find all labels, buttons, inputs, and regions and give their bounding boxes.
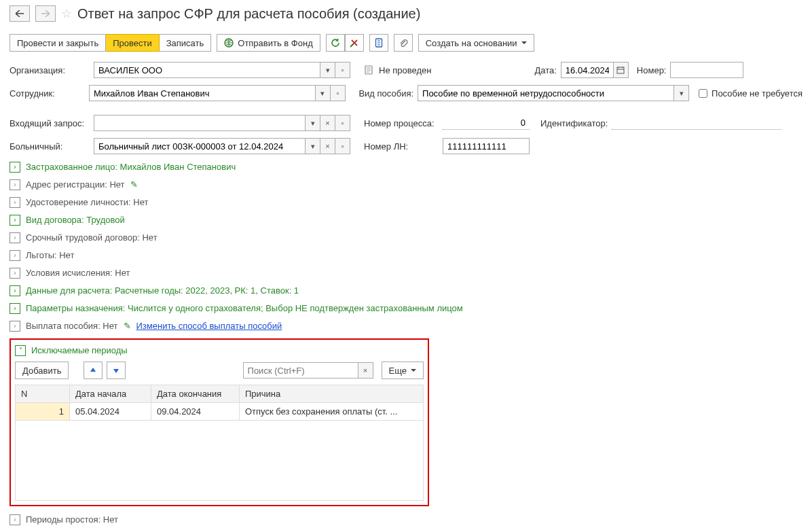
document-button[interactable] [369,34,388,52]
collapse-toggle-benefits[interactable]: › [10,250,20,261]
collapse-address: › Адрес регистрации: Нет ✎ [10,178,802,192]
favorite-star-icon[interactable]: ☆ [61,6,72,21]
refresh-button[interactable] [326,34,345,52]
collapse-fixed-term: › Срочный трудовой договор: Нет [10,231,802,245]
sick-list-dropdown-button[interactable]: ▾ [306,138,320,154]
excluded-periods-box: ˅ Исключаемые периоды Добавить × Еще N Д… [10,338,429,506]
collapse-calc-data: › Данные для расчета: Расчетные годы: 20… [10,284,802,298]
write-button[interactable]: Записать [160,34,212,52]
search-input[interactable] [243,362,358,379]
process-number-label: Номер процесса: [364,118,439,128]
org-input[interactable] [94,62,320,78]
incoming-request-label: Входящий запрос: [10,118,90,128]
th-start[interactable]: Дата начала [70,385,151,403]
nav-back-button[interactable] [10,5,30,22]
posted-status-icon [364,65,375,75]
add-row-button[interactable]: Добавить [15,362,69,379]
search-combo: × [243,362,373,379]
benefit-not-required-checkbox[interactable] [699,89,707,98]
row-incoming: Входящий запрос: ▾ × ▫ Номер процесса: И… [10,114,802,132]
collapse-toggle-excluded-periods[interactable]: ˅ [15,345,26,356]
row-sicklist: Больничный: ▾ × ▫ Номер ЛН: [10,137,802,155]
collapse-benefits: › Льготы: Нет [10,249,802,262]
header-row: ☆ Ответ на запрос СФР для расчета пособи… [10,5,802,22]
org-open-button[interactable]: ▫ [335,62,350,78]
svg-rect-3 [617,67,624,73]
collapse-toggle-contract-type[interactable]: › [10,215,20,226]
post-and-close-button[interactable]: Провести и закрыть [10,34,106,52]
th-reason[interactable]: Причина [240,385,424,403]
table-row[interactable]: 1 05.04.2024 09.04.2024 Отпуск без сохра… [16,403,424,421]
benefit-type-dropdown-button[interactable]: ▾ [674,85,689,101]
sick-list-clear-button[interactable]: × [320,138,335,154]
employee-open-button[interactable]: ▫ [331,85,346,101]
page-title: Ответ на запрос СФР для расчета пособия … [77,6,420,22]
employee-combo: ▾ ▫ [89,85,346,101]
collapse-toggle-fixed-term[interactable]: › [10,232,20,243]
attach-button[interactable] [394,34,413,52]
change-payment-link[interactable]: Изменить способ выплаты пособий [136,319,282,333]
th-n[interactable]: N [16,385,70,403]
benefit-type-input[interactable] [418,85,674,101]
date-input[interactable] [561,62,614,78]
more-button[interactable]: Еще [382,362,424,379]
collapse-toggle-idle-periods[interactable]: › [10,514,20,525]
process-number-input[interactable] [443,116,530,130]
benefit-type-combo: ▾ [418,85,689,101]
move-down-button[interactable] [107,362,126,379]
create-based-button[interactable]: Создать на основании [418,34,534,52]
th-end[interactable]: Дата окончания [151,385,240,403]
org-dropdown-button[interactable]: ▾ [320,62,335,78]
collapse-idle-periods: › Периоды простоя: Нет [10,513,802,527]
cell-n: 1 [16,403,70,421]
edit-address-icon[interactable]: ✎ [130,178,138,192]
clear-button[interactable] [345,34,364,52]
search-clear-button[interactable]: × [358,362,373,379]
ln-number-input[interactable] [443,138,530,154]
employee-input[interactable] [89,85,316,101]
employee-dropdown-button[interactable]: ▾ [316,85,331,101]
incoming-request-open-button[interactable]: ▫ [335,115,350,131]
collapse-toggle-calc-data[interactable]: › [10,285,20,296]
date-label: Дата: [534,65,556,75]
collapse-toggle-calc-conditions[interactable]: › [10,268,20,279]
collapse-toggle-benefit-payment[interactable]: › [10,321,20,332]
excluded-periods-table: N Дата начала Дата окончания Причина 1 0… [15,385,424,501]
sick-list-label: Больничный: [10,141,90,152]
send-to-fund-label: Отправить в Фонд [238,38,312,48]
incoming-request-dropdown-button[interactable]: ▾ [306,115,320,131]
incoming-request-input[interactable] [94,115,306,131]
address-text: Адрес регистрации: Нет [26,178,125,192]
more-label: Еще [389,366,407,376]
excluded-table-toolbar: Добавить × Еще [15,362,424,379]
row-org: Организация: ▾ ▫ Не проведен Дата: Номер… [10,61,802,79]
collapse-identity: › Удостоверение личности: Нет [10,196,802,209]
number-input[interactable] [670,62,743,78]
calendar-icon [616,66,625,74]
post-group: Провести и закрыть Провести Записать [10,34,211,52]
calc-data-text: Данные для расчета: Расчетные годы: 2022… [26,284,299,298]
post-button[interactable]: Провести [106,34,160,52]
sick-list-input[interactable] [94,138,306,154]
row-employee: Сотрудник: ▾ ▫ Вид пособия: ▾ Пособие не… [10,84,802,102]
identifier-input[interactable] [612,116,781,130]
send-to-fund-button[interactable]: Отправить в Фонд [217,34,320,52]
edit-benefit-payment-icon[interactable]: ✎ [124,319,131,333]
cell-reason: Отпуск без сохранения оплаты (ст. ... [240,403,424,421]
sick-list-open-button[interactable]: ▫ [335,138,350,154]
collapse-toggle-address[interactable]: › [10,179,20,190]
nav-forward-button[interactable] [35,5,56,22]
idle-periods-text: Периоды простоя: Нет [26,513,118,527]
collapse-toggle-assign-params[interactable]: › [10,303,20,314]
create-based-label: Создать на основании [426,38,517,48]
collapse-toggle-identity[interactable]: › [10,197,20,208]
collapse-insured: › Застрахованное лицо: Михайлов Иван Сте… [10,160,802,174]
move-up-button[interactable] [84,362,103,379]
org-combo: ▾ ▫ [94,62,350,78]
identity-text: Удостоверение личности: Нет [26,196,148,209]
fixed-term-text: Срочный трудовой договор: Нет [26,231,158,245]
date-combo [561,62,629,78]
incoming-request-clear-button[interactable]: × [320,115,335,131]
date-picker-button[interactable] [614,62,629,78]
collapse-toggle-insured[interactable]: › [10,162,20,173]
